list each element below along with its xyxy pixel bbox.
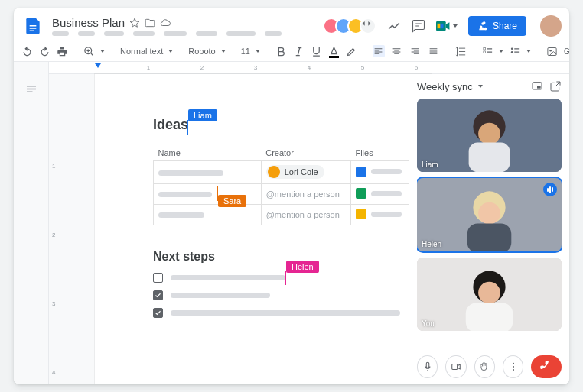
check-item[interactable] (153, 290, 410, 300)
svg-point-26 (513, 363, 514, 364)
video-tile[interactable]: Helen (417, 178, 562, 251)
check-item[interactable] (153, 308, 410, 318)
bulleted-list-icon[interactable] (510, 46, 531, 57)
document-canvas[interactable]: 1 2 3 4 5 6 1 2 3 4 Liam Ideas (49, 62, 569, 384)
svg-point-28 (513, 369, 514, 371)
participant-name: Liam (422, 160, 438, 169)
insert-image-icon[interactable] (546, 46, 558, 57)
video-tile[interactable]: You (417, 258, 562, 331)
star-icon[interactable] (129, 18, 140, 28)
svg-point-10 (549, 50, 552, 52)
svg-rect-5 (484, 47, 486, 50)
svg-rect-1 (438, 24, 441, 28)
raise-hand-button[interactable] (474, 355, 495, 378)
outline-icon[interactable] (24, 83, 38, 97)
account-avatar[interactable] (540, 15, 562, 37)
underline-icon[interactable] (311, 46, 322, 57)
collaborator-avatars[interactable] (323, 18, 376, 34)
italic-icon[interactable] (293, 46, 305, 57)
next-steps-heading[interactable]: Next steps (153, 250, 410, 264)
cursor-flag-helen: Helen (286, 261, 319, 273)
text-color-icon[interactable] (328, 46, 340, 57)
move-icon[interactable] (145, 18, 155, 28)
align-justify-icon[interactable] (428, 45, 440, 57)
meet-controls (417, 349, 562, 378)
check-item[interactable] (153, 273, 410, 283)
font-select[interactable]: Roboto (188, 47, 225, 56)
speaking-indicator-icon (543, 183, 557, 196)
file-chip-slide[interactable] (356, 209, 402, 219)
zoom-select[interactable] (83, 46, 105, 57)
col-files: Files (350, 145, 409, 161)
print-icon[interactable] (57, 46, 68, 57)
meet-button[interactable] (436, 17, 458, 35)
cursor-liam (187, 120, 188, 135)
participant-name: Helen (422, 240, 441, 248)
ideas-table[interactable]: Name Creator Files Lori Cole Sara (153, 145, 410, 225)
line-spacing-icon[interactable] (455, 46, 467, 57)
comments-icon[interactable] (412, 19, 425, 33)
share-label: Share (493, 21, 517, 31)
cursor-helen (285, 271, 286, 285)
horizontal-ruler[interactable]: 1 2 3 4 5 6 (49, 62, 569, 74)
file-chip-doc[interactable] (356, 167, 402, 177)
mic-button[interactable] (417, 355, 438, 378)
align-center-icon[interactable] (391, 45, 403, 57)
formatting-toolbar: Normal text Roboto 11 G (14, 41, 569, 62)
person-chip[interactable]: Lori Cole (266, 165, 324, 179)
indent-marker[interactable] (95, 63, 101, 68)
redo-icon[interactable] (39, 46, 50, 57)
file-chip-sheet[interactable] (356, 188, 402, 199)
video-tile[interactable]: Liam (417, 99, 562, 172)
col-name: Name (154, 145, 262, 161)
main-area: 1 2 3 4 5 6 1 2 3 4 Liam Ideas (14, 62, 569, 384)
checkbox-unchecked[interactable] (153, 273, 163, 283)
undo-icon[interactable] (21, 46, 33, 57)
menu-bar[interactable] (52, 31, 315, 36)
checklist[interactable] (153, 273, 410, 318)
svg-point-27 (513, 366, 514, 368)
title-bar: Business Plan Share (14, 8, 569, 41)
checkbox-checked[interactable] (153, 308, 163, 318)
font-size-select[interactable]: 11 (241, 47, 260, 56)
style-select[interactable]: Normal text (120, 47, 173, 56)
table-row[interactable]: Sara @mention a person (154, 184, 410, 205)
svg-rect-16 (469, 143, 510, 172)
share-button[interactable]: Share (468, 16, 526, 36)
svg-rect-9 (548, 47, 556, 55)
vertical-ruler[interactable]: 1 2 3 4 (49, 74, 61, 384)
svg-point-15 (478, 123, 500, 145)
checklist-icon[interactable] (482, 46, 503, 57)
col-creator: Creator (261, 145, 350, 161)
outline-rail (14, 62, 49, 384)
pip-icon[interactable] (531, 80, 543, 92)
camera-button[interactable] (445, 355, 466, 378)
align-left-icon[interactable] (373, 45, 385, 57)
svg-rect-2 (441, 24, 444, 28)
meet-title[interactable]: Weekly sync (417, 81, 525, 92)
svg-point-3 (481, 22, 484, 24)
document-page[interactable]: Liam Ideas Name Creator Files Lori Cole (95, 74, 432, 384)
bold-icon[interactable] (275, 46, 287, 57)
checkbox-checked[interactable] (153, 290, 163, 300)
align-right-icon[interactable] (409, 45, 422, 57)
more-options-button[interactable] (503, 355, 523, 378)
hangup-button[interactable] (531, 355, 562, 378)
mention-placeholder[interactable]: @mention a person (266, 210, 340, 219)
popout-icon[interactable] (549, 80, 562, 92)
cloud-status-icon[interactable] (160, 18, 171, 28)
document-title[interactable]: Business Plan (52, 16, 125, 29)
docs-logo[interactable] (21, 12, 44, 40)
mention-placeholder[interactable]: @mention a person (266, 190, 340, 199)
cursor-flag-liam: Liam (188, 109, 217, 121)
svg-rect-12 (537, 86, 541, 88)
highlight-icon[interactable] (346, 46, 357, 57)
table-row[interactable]: @mention a person (154, 205, 410, 225)
table-row[interactable]: Lori Cole (154, 161, 410, 184)
app-window: Business Plan Share (14, 8, 569, 384)
insert-g-icon[interactable]: G (564, 47, 569, 56)
svg-rect-24 (466, 303, 513, 331)
svg-rect-25 (452, 364, 458, 370)
meet-panel: Weekly sync Liam Helen (409, 74, 569, 384)
activity-icon[interactable] (387, 19, 401, 33)
